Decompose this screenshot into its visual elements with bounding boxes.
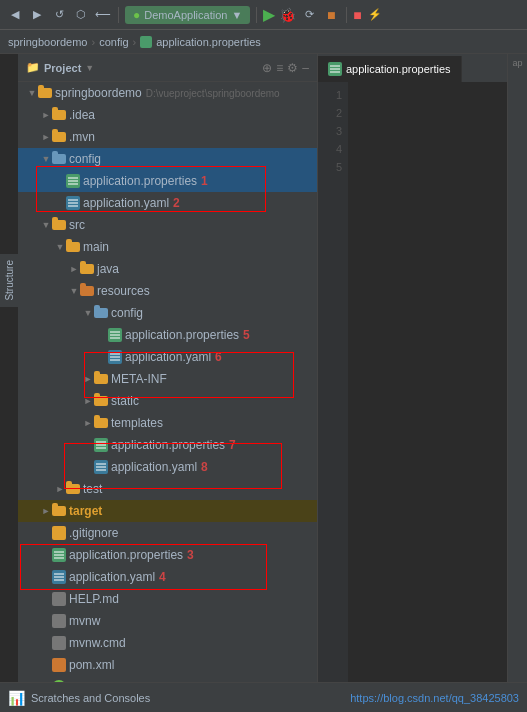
collapse-icon[interactable]: ≡ [276, 61, 283, 75]
right-icons: ap [507, 54, 527, 682]
tree-app-yaml-4[interactable]: application.yaml 4 [18, 566, 317, 588]
bottom-url[interactable]: https://blog.csdn.net/qq_38425803 [350, 692, 519, 704]
tree-templates[interactable]: templates [18, 412, 317, 434]
tree-idea[interactable]: .idea [18, 104, 317, 126]
tree-help-md[interactable]: HELP.md [18, 588, 317, 610]
sync-icon[interactable]: ⊕ [262, 61, 272, 75]
scratches-bottom-label[interactable]: Scratches and Consoles [31, 692, 150, 704]
stop-button[interactable]: ■ [353, 7, 361, 23]
breadcrumb-root[interactable]: springboordemo [8, 36, 88, 48]
props1-icon [66, 174, 80, 188]
props7-icon [94, 438, 108, 452]
yaml2-icon [66, 196, 80, 210]
mvnw-icon [52, 614, 66, 628]
tree-mvnw-cmd[interactable]: mvnw.cmd [18, 632, 317, 654]
tree-app-yaml-8[interactable]: application.yaml 8 [18, 456, 317, 478]
static-folder-icon [94, 396, 108, 406]
bottom-left: 📊 Scratches and Consoles [8, 690, 150, 706]
app-selector[interactable]: ● DemoApplication ▼ [125, 6, 250, 24]
right-icon-1[interactable]: ap [512, 58, 522, 68]
toolbar-btn-5[interactable]: ⟵ [94, 6, 112, 24]
tree-test[interactable]: test [18, 478, 317, 500]
tree-app-props-1[interactable]: application.properties 1 [18, 170, 317, 192]
toolbar-btn-4[interactable]: ⬡ [72, 6, 90, 24]
breadcrumb-bar: springboordemo › config › application.pr… [0, 30, 527, 54]
tree-app-props-7[interactable]: application.properties 7 [18, 434, 317, 456]
src-arrow [40, 219, 52, 231]
test-arrow [54, 483, 66, 495]
tree-app-yaml-2[interactable]: application.yaml 2 [18, 192, 317, 214]
tree-src[interactable]: src [18, 214, 317, 236]
tree-config[interactable]: config [18, 148, 317, 170]
line-2: 2 [336, 104, 342, 122]
tree-mvn[interactable]: .mvn [18, 126, 317, 148]
mvnwcmd-label: mvnw.cmd [69, 636, 126, 650]
templates-arrow [82, 417, 94, 429]
breadcrumb-props-icon [140, 36, 152, 48]
templates-label: templates [111, 416, 163, 430]
meta-label: META-INF [111, 372, 167, 386]
props3-label: application.properties [69, 548, 183, 562]
tree-config2[interactable]: config [18, 302, 317, 324]
tree-pom-xml[interactable]: pom.xml [18, 654, 317, 676]
editor-content: 1 2 3 4 5 [318, 82, 507, 682]
breadcrumb-sep-1: › [92, 36, 96, 48]
line-4: 4 [336, 140, 342, 158]
settings-icon[interactable]: ⚙ [287, 61, 298, 75]
yaml6-icon [108, 350, 122, 364]
props1-num: 1 [201, 174, 208, 188]
tree-main[interactable]: main [18, 236, 317, 258]
root-folder-icon [38, 88, 52, 98]
toolbar-btn-6[interactable]: ⟳ [300, 6, 318, 24]
mvn-label: .mvn [69, 130, 95, 144]
tree-app-props-5[interactable]: application.properties 5 [18, 324, 317, 346]
target-arrow [40, 505, 52, 517]
tree-root[interactable]: springboordemo D:\vueproject\springboord… [18, 82, 317, 104]
panel-dropdown-icon[interactable]: ▼ [85, 63, 94, 73]
tree-app-yaml-6[interactable]: application.yaml 6 [18, 346, 317, 368]
yaml2-label: application.yaml [83, 196, 169, 210]
breadcrumb-sep-2: › [133, 36, 137, 48]
root-path: D:\vueproject\springboordemo [146, 88, 280, 99]
main-area: Structure 📁 Project ▼ ⊕ ≡ ⚙ – springboor… [0, 54, 527, 682]
src-folder-icon [52, 220, 66, 230]
tree-app-props-3[interactable]: application.properties 3 [18, 544, 317, 566]
panel-title-label: Project [44, 62, 81, 74]
tree-static[interactable]: static [18, 390, 317, 412]
git-icon [52, 526, 66, 540]
tree-area: springboordemo D:\vueproject\springboord… [18, 82, 317, 682]
toolbar-btn-2[interactable]: ▶ [28, 6, 46, 24]
tab-app-props[interactable]: application.properties [318, 56, 462, 82]
line-1: 1 [336, 86, 342, 104]
toolbar-btn-1[interactable]: ◀ [6, 6, 24, 24]
config-arrow [40, 153, 52, 165]
mvn-folder-icon [52, 132, 66, 142]
tree-meta-inf[interactable]: META-INF [18, 368, 317, 390]
toolbar-btn-8[interactable]: ⚡ [366, 6, 384, 24]
config2-label: config [111, 306, 143, 320]
toolbar-btn-7[interactable]: ⏹ [322, 6, 340, 24]
toolbar-btn-3[interactable]: ↺ [50, 6, 68, 24]
main-folder-icon [66, 242, 80, 252]
code-area[interactable] [348, 82, 507, 682]
editor-tabs: application.properties [318, 54, 507, 82]
breadcrumb-path1[interactable]: config [99, 36, 128, 48]
tree-target[interactable]: target [18, 500, 317, 522]
target-folder-icon [52, 506, 66, 516]
tab-label: application.properties [346, 63, 451, 75]
tree-mvnw[interactable]: mvnw [18, 610, 317, 632]
resources-label: resources [97, 284, 150, 298]
tree-gitignore[interactable]: .gitignore [18, 522, 317, 544]
hide-icon[interactable]: – [302, 61, 309, 75]
tree-java[interactable]: java [18, 258, 317, 280]
line-5: 5 [336, 158, 342, 176]
yaml2-num: 2 [173, 196, 180, 210]
breadcrumb-path2[interactable]: application.properties [156, 36, 261, 48]
yaml8-label: application.yaml [111, 460, 197, 474]
meta-folder-icon [94, 374, 108, 384]
tree-resources[interactable]: resources [18, 280, 317, 302]
run-button[interactable]: ▶ [263, 5, 275, 24]
debug-button[interactable]: 🐞 [279, 7, 296, 23]
structure-tab[interactable]: Structure [0, 254, 18, 307]
static-arrow [82, 395, 94, 407]
